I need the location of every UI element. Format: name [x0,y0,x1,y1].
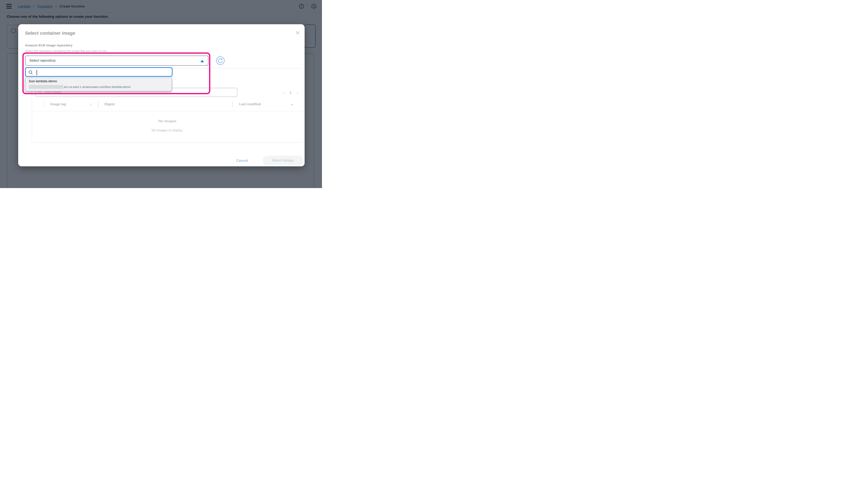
column-header-digest[interactable]: Digest [104,102,115,106]
page-number[interactable]: 1 [289,91,291,95]
repository-search-box [25,67,173,77]
page-next-icon[interactable]: › [297,90,298,96]
repository-option-name[interactable]: bun-lambda-demo [29,79,57,83]
refresh-icon[interactable] [216,56,225,65]
repository-search-input[interactable] [35,69,169,76]
repository-select-placeholder: Select repository [29,59,56,63]
cancel-button[interactable]: Cancel [236,159,248,163]
text-cursor [37,70,37,75]
repository-option-uri: .ecr.us-east-1.amazonaws.com/bun-lambda-… [29,85,130,89]
modal-title: Select container image [25,30,75,36]
column-header-image-tag[interactable]: Image tag [50,102,66,106]
pagination: ‹ 1 › [283,88,298,97]
table-header-rule [33,111,302,111]
repository-dropdown-list: bun-lambda-demo .ecr.us-east-1.amazonaws… [25,77,172,91]
column-divider [98,101,98,107]
search-icon [38,91,42,95]
sort-descending-filled-icon[interactable]: ▼ [290,103,293,106]
repository-select-trigger[interactable]: Select repository [25,55,209,66]
screen: Lambda › Functions › Create function Cho… [0,0,322,188]
empty-state-title: No images [32,119,303,123]
select-container-image-modal: Select container image ✕ Amazon ECR imag… [18,24,304,166]
ecr-repository-label: Amazon ECR image repository [25,43,73,47]
select-image-button-disabled[interactable]: Select image [263,156,303,165]
redacted-account-id [29,85,63,89]
empty-state-description: No images to display. [32,128,303,132]
caret-up-icon [200,60,204,62]
sort-descending-outline-icon[interactable]: ▽ [90,103,92,106]
column-header-last-modified[interactable]: Last modified [239,102,261,106]
page-previous-icon[interactable]: ‹ [283,90,285,96]
search-icon [28,70,33,75]
close-icon[interactable]: ✕ [295,30,301,36]
column-divider [232,101,233,107]
column-divider [44,101,45,107]
ecr-repository-description: Select the repository containing the ima… [25,49,108,53]
